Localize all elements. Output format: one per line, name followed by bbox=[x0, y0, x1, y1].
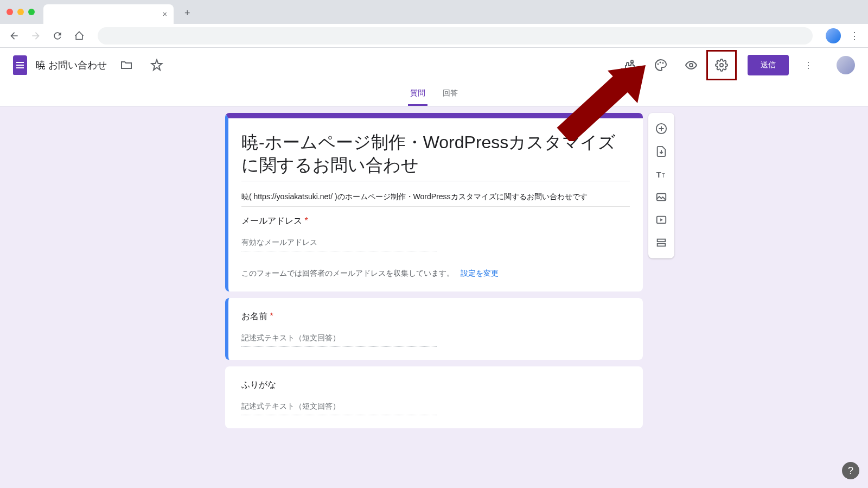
reload-button[interactable] bbox=[50, 28, 65, 43]
import-questions-button[interactable] bbox=[648, 140, 674, 163]
add-question-button[interactable] bbox=[648, 117, 674, 140]
forms-header: 暁 お問い合わせ 送信 ⋮ bbox=[0, 48, 868, 83]
question-card[interactable]: ふりがな 記述式テキスト（短文回答） bbox=[225, 366, 643, 428]
question-label: ふりがな bbox=[241, 379, 630, 391]
window-controls bbox=[7, 9, 35, 15]
move-folder-button[interactable] bbox=[116, 54, 137, 76]
add-image-button[interactable] bbox=[648, 186, 674, 208]
settings-button[interactable] bbox=[711, 54, 732, 76]
user-avatar[interactable] bbox=[837, 56, 855, 74]
svg-rect-10 bbox=[658, 239, 666, 242]
form-content: TT 暁-ホームページ制作・WordPressカスタマイズに関するお問い合わせ … bbox=[225, 113, 643, 488]
browser-toolbar: ⋮ bbox=[0, 24, 868, 48]
svg-point-4 bbox=[720, 64, 723, 67]
send-button[interactable]: 送信 bbox=[748, 55, 789, 75]
question-label: お名前 * bbox=[241, 311, 630, 322]
back-button[interactable] bbox=[7, 28, 22, 43]
svg-point-0 bbox=[658, 64, 659, 65]
required-asterisk: * bbox=[270, 312, 273, 321]
browser-tab[interactable]: × bbox=[43, 4, 174, 24]
forms-body: TT 暁-ホームページ制作・WordPressカスタマイズに関するお問い合わせ … bbox=[0, 106, 868, 488]
browser-menu-button[interactable]: ⋮ bbox=[847, 30, 861, 42]
required-asterisk: * bbox=[304, 216, 308, 225]
preview-button[interactable] bbox=[680, 54, 702, 76]
forms-tabs: 質問 回答 bbox=[0, 83, 868, 106]
forms-logo-icon[interactable] bbox=[13, 55, 27, 75]
add-section-button[interactable] bbox=[648, 231, 674, 254]
email-input[interactable]: 有効なメールアドレス bbox=[241, 238, 437, 251]
svg-text:T: T bbox=[662, 173, 665, 179]
addons-button[interactable] bbox=[620, 54, 641, 76]
maximize-window-button[interactable] bbox=[28, 9, 35, 15]
url-bar[interactable] bbox=[98, 27, 813, 45]
star-button[interactable] bbox=[146, 54, 168, 76]
form-header-card[interactable]: 暁-ホームページ制作・WordPressカスタマイズに関するお問い合わせ 暁( … bbox=[225, 113, 643, 291]
email-collection-note: このフォームでは回答者のメールアドレスを収集しています。 設定を変更 bbox=[241, 269, 630, 278]
svg-point-1 bbox=[660, 62, 661, 64]
short-answer-input[interactable]: 記述式テキスト（短文回答） bbox=[241, 402, 437, 415]
form-title[interactable]: 暁 お問い合わせ bbox=[36, 59, 107, 72]
add-video-button[interactable] bbox=[648, 208, 674, 231]
browser-tab-bar: × + bbox=[0, 0, 868, 24]
minimize-window-button[interactable] bbox=[17, 9, 24, 15]
home-button[interactable] bbox=[72, 28, 87, 43]
help-button[interactable]: ? bbox=[842, 462, 859, 479]
svg-point-2 bbox=[662, 62, 664, 64]
svg-rect-11 bbox=[658, 244, 666, 246]
close-window-button[interactable] bbox=[7, 9, 13, 15]
form-title-text[interactable]: 暁-ホームページ制作・WordPressカスタマイズに関するお問い合わせ bbox=[241, 131, 630, 181]
short-answer-input[interactable]: 記述式テキスト（短文回答） bbox=[241, 333, 437, 347]
tab-questions[interactable]: 質問 bbox=[408, 83, 427, 106]
svg-point-3 bbox=[690, 64, 693, 67]
browser-profile-avatar[interactable] bbox=[826, 28, 841, 43]
change-settings-link[interactable]: 設定を変更 bbox=[461, 269, 499, 277]
email-label: メールアドレス * bbox=[241, 216, 630, 227]
svg-text:T: T bbox=[656, 170, 661, 179]
form-description[interactable]: 暁( https://yosiakatsuki.net/ )のホームページ制作・… bbox=[241, 186, 630, 207]
question-card[interactable]: お名前 * 記述式テキスト（短文回答） bbox=[225, 298, 643, 360]
theme-button[interactable] bbox=[650, 54, 672, 76]
close-tab-icon[interactable]: × bbox=[163, 10, 167, 18]
more-menu-button[interactable]: ⋮ bbox=[797, 54, 819, 76]
question-toolbar: TT bbox=[648, 113, 674, 258]
new-tab-button[interactable]: + bbox=[184, 8, 190, 19]
forward-button[interactable] bbox=[28, 28, 43, 43]
add-title-button[interactable]: TT bbox=[648, 163, 674, 186]
tab-responses[interactable]: 回答 bbox=[441, 83, 460, 106]
